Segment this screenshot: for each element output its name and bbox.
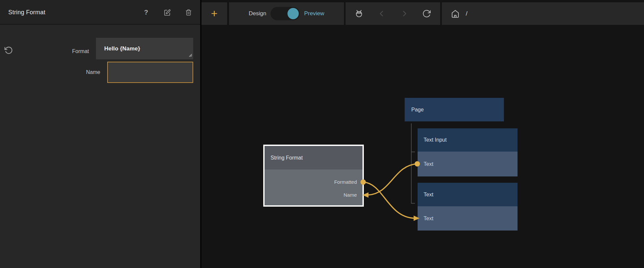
home-icon[interactable] <box>450 9 460 19</box>
formatted-output-port-label[interactable]: Formatted <box>334 179 357 185</box>
trash-icon[interactable] <box>183 0 194 25</box>
design-mode-label[interactable]: Design <box>249 10 266 17</box>
node-string-format-header[interactable]: String Format <box>265 146 362 169</box>
node-page[interactable]: Page <box>405 98 504 121</box>
format-value: Hello {Name} <box>96 45 140 52</box>
bug-icon[interactable] <box>355 9 364 19</box>
name-field-label: Name <box>0 69 100 76</box>
node-text[interactable]: Text Text <box>418 183 518 231</box>
preview-mode-label[interactable]: Preview <box>304 10 324 17</box>
name-input-port-label[interactable]: Name <box>344 192 357 198</box>
node-text-input[interactable]: Text Input Text <box>418 128 518 176</box>
inspector-title: String Format <box>8 0 45 25</box>
node-text-input-text-port[interactable]: Text <box>418 152 518 176</box>
chevron-right-icon[interactable] <box>400 9 409 19</box>
refresh-icon[interactable] <box>422 9 432 19</box>
mode-switcher: Design Preview <box>229 2 344 25</box>
name-input[interactable] <box>107 62 193 83</box>
node-string-format[interactable]: String Format Formatted Name <box>263 145 364 207</box>
design-preview-toggle[interactable] <box>271 7 300 20</box>
app-window: { "inspector": { "title": "String Format… <box>0 0 644 268</box>
toggle-knob <box>287 8 299 19</box>
resize-handle-icon[interactable] <box>188 52 192 58</box>
inspector-header: String Format ? <box>0 0 200 25</box>
inspector-panel: String Format ? Format Hello {Name} <box>0 0 200 268</box>
add-node-button[interactable]: + <box>201 2 227 25</box>
breadcrumb-path: / <box>466 10 467 17</box>
format-textarea[interactable]: Hello {Name} <box>96 38 193 59</box>
node-text-text-port[interactable]: Text <box>418 206 518 231</box>
edit-icon[interactable] <box>162 0 173 25</box>
node-text-header[interactable]: Text <box>418 183 518 206</box>
panel-divider <box>200 0 201 268</box>
navigation-path-bar: / <box>442 2 644 25</box>
chevron-left-icon[interactable] <box>377 9 386 19</box>
node-text-input-header[interactable]: Text Input <box>418 128 518 152</box>
format-field-label: Format <box>0 48 89 55</box>
preview-controls <box>346 2 440 25</box>
plus-icon: + <box>211 8 218 19</box>
help-icon[interactable]: ? <box>140 0 152 25</box>
